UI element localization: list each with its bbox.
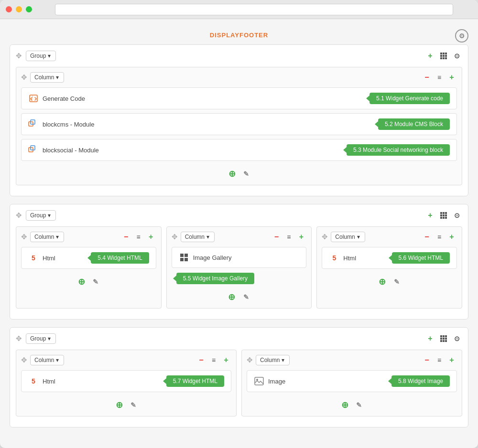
group-1-arrow: ▾: [48, 53, 51, 59]
column-5-move-icon[interactable]: ✥: [21, 356, 27, 364]
column-6-header: ✥ Column ▾ − ≡ +: [247, 355, 457, 365]
column-2-edit-button[interactable]: ✎: [90, 277, 101, 287]
column-5-minus-button[interactable]: −: [196, 355, 206, 365]
column-5-edit-button[interactable]: ✎: [128, 400, 139, 410]
column-2-move-icon[interactable]: ✥: [21, 233, 27, 241]
column-1-header-left: ✥ Column ▾: [21, 72, 64, 83]
header-gear-button[interactable]: ⚙: [455, 29, 468, 43]
column-6-edit-button[interactable]: ✎: [354, 400, 364, 410]
column-3-list-button[interactable]: ≡: [283, 232, 294, 242]
minimize-dot[interactable]: [16, 6, 22, 12]
close-dot[interactable]: [6, 6, 12, 12]
svg-rect-18: [440, 214, 442, 216]
widget-blockcms-text: blockcms - Module: [43, 121, 94, 128]
column-2: ✥ Column ▾ − ≡ +: [16, 226, 162, 309]
widget-html-3-label: 5 Html: [28, 376, 55, 386]
column-2-add-widget-button[interactable]: ⊕: [76, 277, 87, 287]
group-2-dropdown[interactable]: Group ▾: [26, 210, 56, 221]
svg-rect-28: [440, 335, 442, 337]
column-3-header-left: ✥ Column ▾: [172, 232, 215, 242]
group-1-header-left: ✥ Group ▾: [16, 51, 56, 61]
column-3-plus-button[interactable]: +: [296, 232, 306, 242]
group-2-add-button[interactable]: +: [425, 210, 435, 221]
column-6-add-widget-button[interactable]: ⊕: [339, 400, 350, 410]
group-2-move-icon[interactable]: ✥: [16, 211, 22, 220]
group-2-columns: ✥ Column ▾ − ≡ +: [16, 226, 462, 313]
column-4-add-widget-button[interactable]: ⊕: [377, 277, 388, 287]
column-4-move-icon[interactable]: ✥: [322, 233, 328, 241]
column-1-arrow: ▾: [56, 74, 59, 81]
column-5-arrow: ▾: [56, 357, 59, 363]
column-6-dropdown[interactable]: Column ▾: [256, 355, 290, 365]
column-6-plus-button[interactable]: +: [446, 355, 457, 365]
module-cms-icon: [28, 119, 39, 129]
group-3-label: Group: [30, 335, 46, 342]
column-3-move-icon[interactable]: ✥: [172, 233, 178, 241]
group-1-add-button[interactable]: +: [425, 51, 435, 61]
column-5-add-widget-button[interactable]: ⊕: [114, 400, 124, 410]
column-2-dropdown[interactable]: Column ▾: [30, 232, 64, 242]
group-3: ✥ Group ▾ +: [10, 327, 468, 427]
column-1-move-icon[interactable]: ✥: [21, 73, 27, 82]
column-5-header-right: − ≡ +: [196, 355, 231, 365]
column-6-minus-button[interactable]: −: [422, 355, 432, 365]
column-4-plus-button[interactable]: +: [446, 232, 457, 242]
column-3-minus-button[interactable]: −: [271, 232, 282, 242]
column-3-header-right: − ≡ +: [271, 232, 306, 242]
widget-blockcms-badge: 5.2 Module CMS Block: [378, 118, 450, 130]
group-3-settings-button[interactable]: ⊙: [452, 333, 462, 344]
column-1-minus-button[interactable]: −: [422, 72, 432, 83]
column-2-plus-button[interactable]: +: [146, 232, 156, 242]
widget-image-gallery-text: Image Gallery: [193, 254, 232, 261]
column-4: ✥ Column ▾ − ≡ +: [316, 226, 462, 309]
widget-html-1-text: Html: [43, 255, 55, 262]
group-1-move-icon[interactable]: ✥: [16, 52, 22, 60]
column-1-add-widget-button[interactable]: ⊕: [227, 169, 237, 179]
column-4-edit-button[interactable]: ✎: [391, 277, 402, 287]
column-6-header-right: − ≡ +: [422, 355, 457, 365]
column-3-add-widget-button[interactable]: ⊕: [227, 292, 237, 302]
group-1-settings-button[interactable]: ⊙: [452, 51, 462, 61]
group-3-header-left: ✥ Group ▾: [16, 333, 56, 344]
column-4-minus-button[interactable]: −: [422, 232, 432, 242]
column-3-edit-button[interactable]: ✎: [241, 292, 251, 302]
svg-rect-32: [443, 338, 445, 340]
column-2-minus-button[interactable]: −: [121, 232, 131, 242]
group-3-dropdown[interactable]: Group ▾: [26, 333, 56, 344]
svg-rect-23: [445, 217, 447, 219]
group-1-dropdown[interactable]: Group ▾: [26, 51, 56, 61]
column-1-list-button[interactable]: ≡: [434, 72, 445, 83]
column-1-plus-button[interactable]: +: [446, 72, 457, 83]
svg-rect-26: [180, 258, 184, 261]
column-2-bottom-actions: ⊕ ✎: [21, 273, 156, 288]
html5-icon-3: 5: [28, 376, 39, 386]
group-2-header: ✥ Group ▾ +: [16, 210, 462, 221]
column-4-list-button[interactable]: ≡: [434, 232, 445, 242]
column-6-list-button[interactable]: ≡: [434, 355, 445, 365]
column-5-plus-button[interactable]: +: [221, 355, 231, 365]
column-5-dropdown[interactable]: Column ▾: [30, 355, 64, 365]
column-6: ✥ Column ▾ − ≡ +: [241, 350, 462, 416]
group-3-move-icon[interactable]: ✥: [16, 334, 22, 343]
svg-rect-3: [440, 55, 442, 57]
maximize-dot[interactable]: [26, 6, 32, 12]
column-6-label: Column: [260, 357, 280, 363]
widget-blocksocial-label: blocksocial - Module: [28, 145, 99, 155]
group-2-settings-button[interactable]: ⊙: [452, 210, 462, 221]
code-icon: [28, 93, 39, 104]
group-1-grid-button[interactable]: [438, 51, 449, 61]
column-4-dropdown[interactable]: Column ▾: [331, 232, 365, 242]
column-3-dropdown[interactable]: Column ▾: [181, 232, 215, 242]
group-3-add-button[interactable]: +: [425, 333, 435, 344]
column-1-dropdown[interactable]: Column ▾: [30, 72, 64, 83]
column-6-move-icon[interactable]: ✥: [247, 356, 253, 364]
column-1-edit-button[interactable]: ✎: [241, 169, 251, 179]
column-2-list-button[interactable]: ≡: [133, 232, 144, 242]
svg-rect-31: [440, 338, 442, 340]
column-5-list-button[interactable]: ≡: [208, 355, 219, 365]
address-bar[interactable]: [55, 4, 453, 15]
group-3-grid-button[interactable]: [438, 333, 449, 344]
group-2-header-right: + ⊙: [425, 210, 462, 221]
group-2-grid-button[interactable]: [438, 210, 449, 221]
column-3-header: ✥ Column ▾ − ≡ +: [172, 232, 307, 242]
